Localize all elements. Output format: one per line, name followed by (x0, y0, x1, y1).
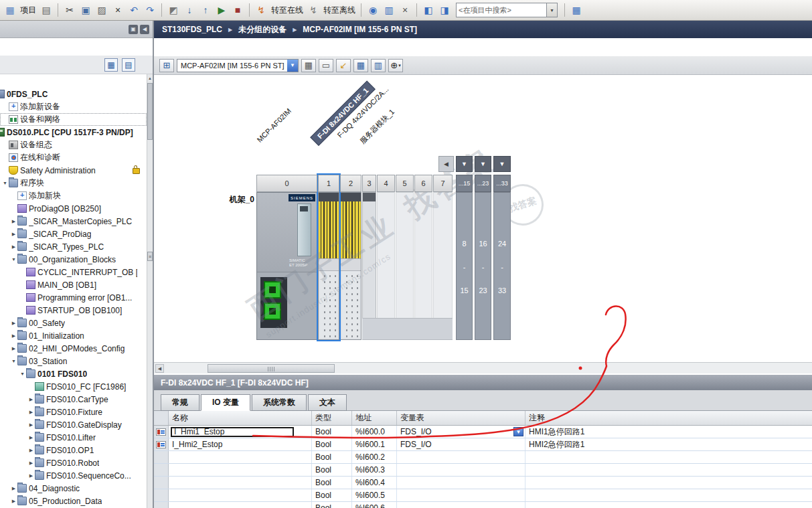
scroll-up-icon[interactable]: ▲ (147, 74, 153, 82)
address-cell[interactable]: %I600.5 (352, 489, 397, 501)
name-edit-input[interactable]: I_Hmi1_Estop (171, 427, 294, 437)
tree-item[interactable]: 添加新设备 (0, 100, 147, 113)
tree-item[interactable]: ▶FDS010.Fixture (0, 406, 147, 418)
expand-closed-icon[interactable]: ▶ (10, 333, 17, 339)
details-view-icon[interactable]: ▤ (122, 58, 135, 72)
address-cell[interactable]: %I600.6 (352, 502, 397, 508)
table-row[interactable]: I_Hmi2_EstopBool%I600.1FDS_I/OHMI2急停回路1 (154, 438, 812, 451)
collapsed-column[interactable]: 24-33 (493, 192, 511, 340)
tag-table-cell[interactable] (397, 489, 525, 501)
address-cell[interactable]: %I600.1 (352, 438, 397, 450)
breadcrumb-item[interactable]: ST130FDS_PLC (162, 25, 222, 34)
collapse-left-icon[interactable]: ◀ (438, 156, 454, 172)
name-cell[interactable] (169, 451, 312, 463)
grid-view-icon[interactable]: ▦ (353, 59, 368, 72)
expand-open-icon[interactable]: ▼ (19, 371, 26, 376)
device-selector-dropdown-icon[interactable]: ▼ (287, 60, 298, 72)
cut-icon[interactable]: ✂ (62, 3, 77, 17)
collapsed-column[interactable]: 8-15 (456, 192, 473, 340)
tree-item[interactable]: ▶05_Production_Data (0, 495, 147, 507)
tree-item[interactable]: DS010.PLC [CPU 1517F-3 PN/DP] (0, 126, 147, 139)
tag-table-cell[interactable] (397, 502, 525, 508)
tree-item[interactable]: 设备和网络 (0, 113, 147, 126)
expand-closed-icon[interactable]: ▶ (27, 460, 35, 466)
diagnostics-icon[interactable]: ◉ (366, 3, 380, 17)
type-cell[interactable]: Bool (312, 464, 352, 476)
expand-closed-icon[interactable]: ▶ (10, 346, 17, 351)
search-dropdown-icon[interactable]: ▾ (546, 3, 557, 17)
expand-closed-icon[interactable]: ▶ (27, 435, 35, 440)
tree-scrollbar-thumb[interactable] (147, 83, 153, 140)
table-view-icon[interactable]: ▥ (371, 59, 386, 72)
collapsed-column-header[interactable]: ...23 (475, 175, 491, 192)
collapse-left-panel-icon[interactable]: ◀ (140, 25, 149, 34)
overview-view-icon[interactable]: ▦ (104, 58, 118, 72)
name-cell[interactable] (169, 502, 312, 508)
tree-scrollbar[interactable]: ▲ ≡ (147, 74, 153, 508)
zoom-icon[interactable]: ⊕▾ (388, 59, 403, 72)
tree-item[interactable]: 添加新块 (0, 189, 147, 202)
collapsed-column-header[interactable]: ...33 (493, 175, 511, 192)
tree-item[interactable]: ▶FDS010.Robot (0, 456, 147, 469)
comment-cell[interactable] (525, 477, 812, 489)
tree-item[interactable]: ▶_SICAR_MasterCopies_PLC (0, 215, 147, 228)
slot-header-7[interactable]: 7 (433, 175, 453, 192)
tab-4[interactable]: 文本 (308, 394, 347, 411)
address-cell[interactable]: %I600.0 (352, 426, 397, 438)
tree-item[interactable]: ▶_SICAR_ProDiag (0, 228, 147, 240)
expand-column-icon[interactable]: ▼ (493, 156, 511, 172)
comment-cell[interactable] (525, 464, 812, 476)
expand-closed-icon[interactable]: ▶ (27, 448, 35, 453)
tree-item[interactable]: ▶00_Safety (0, 317, 147, 329)
paste-icon[interactable]: ▨ (94, 3, 109, 17)
expand-closed-icon[interactable]: ▶ (10, 499, 17, 504)
tab-1[interactable]: 常规 (161, 394, 199, 411)
split-horizontal-icon[interactable]: ◧ (421, 3, 436, 17)
tree-item[interactable]: Safety Administration (0, 164, 147, 177)
tag-table-cell[interactable]: FDS_I/O▼ (397, 426, 525, 438)
row-selector-cell[interactable] (154, 451, 169, 463)
tree-item[interactable]: ▶02_HMI_OPModes_Config (0, 342, 147, 355)
slot-header-3[interactable]: 3 (362, 175, 376, 192)
expand-column-icon[interactable]: ▼ (456, 156, 473, 172)
slot-header-4[interactable]: 4 (377, 175, 395, 192)
expand-open-icon[interactable]: ▼ (1, 181, 9, 185)
expand-closed-icon[interactable]: ▶ (10, 244, 17, 250)
expand-closed-icon[interactable]: ▶ (27, 422, 35, 428)
device-selector[interactable]: MCP-AF02IM [IM 155-6 PN ST]▼ (177, 59, 299, 72)
upload-from-device-icon[interactable]: ↑ (198, 3, 213, 17)
tree-item[interactable]: ▼00_Organization_Blocks (0, 253, 147, 266)
table-row[interactable]: Bool%I600.6 (154, 502, 812, 508)
tree-item[interactable]: ▶01_Initialization (0, 329, 147, 342)
tree-item[interactable]: ▶04_Diagnostic (0, 482, 147, 495)
name-cell[interactable] (169, 464, 312, 476)
module-label[interactable]: MCP-AF02IM (256, 106, 293, 144)
row-selector-cell[interactable] (154, 438, 169, 450)
name-cell[interactable]: I_Hmi1_Estop (169, 426, 312, 438)
device-overview-icon[interactable]: ▦ (301, 59, 316, 72)
type-cell[interactable]: Bool (312, 477, 352, 489)
cross-reference-icon[interactable]: ▥ (382, 3, 396, 17)
tree-item[interactable]: MAIN_OB [OB1] (0, 278, 147, 291)
expand-closed-icon[interactable]: ▶ (27, 397, 35, 402)
expand-closed-icon[interactable]: ▶ (10, 219, 17, 224)
name-cell[interactable] (169, 489, 312, 501)
row-selector-cell[interactable] (154, 502, 169, 508)
compile-icon[interactable]: ◩ (166, 3, 181, 17)
start-cpu-icon[interactable]: ▶ (214, 3, 229, 17)
type-cell[interactable]: Bool (312, 502, 352, 508)
tree-item[interactable]: ▶_SICAR_Types_PLC (0, 240, 147, 253)
split-vertical-icon[interactable]: ◨ (437, 3, 452, 17)
type-cell[interactable]: Bool (312, 426, 352, 438)
tag-table-dropdown-icon[interactable]: ▼ (513, 427, 523, 436)
slot-header-2[interactable]: 2 (340, 175, 361, 192)
name-cell[interactable] (169, 477, 312, 489)
tree-item[interactable]: ▶FDS010.GateDisplay (0, 418, 147, 431)
print-icon[interactable]: ▤ (39, 3, 54, 17)
address-cell[interactable]: %I600.2 (352, 451, 397, 463)
slot-header-0[interactable]: 0 (256, 175, 317, 192)
comment-cell[interactable]: HMI1急停回路1 (525, 426, 812, 438)
expand-closed-icon[interactable]: ▶ (10, 486, 17, 491)
breadcrumb-item[interactable]: MCP-AF02IM [IM 155-6 PN ST] (303, 25, 417, 34)
slot-header-5[interactable]: 5 (396, 175, 414, 192)
